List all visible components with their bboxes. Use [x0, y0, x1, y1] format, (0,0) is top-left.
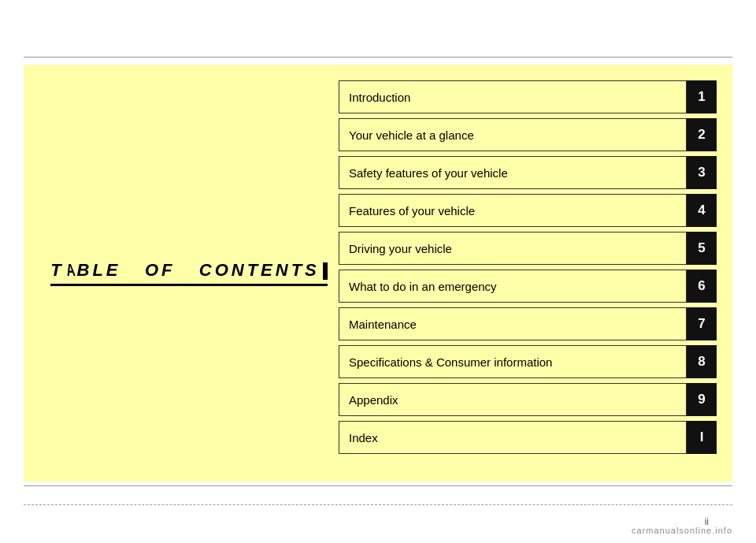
watermark: carmanualsonline.info — [632, 526, 732, 535]
toc-row[interactable]: Your vehicle at a glance2 — [339, 118, 717, 151]
toc-row[interactable]: Features of your vehicle4 — [339, 194, 717, 227]
toc-row[interactable]: Appendix9 — [339, 383, 717, 416]
toc-item-number: 1 — [687, 80, 717, 113]
bottom-divider — [24, 485, 732, 486]
toc-list: Introduction1Your vehicle at a glance2Sa… — [339, 80, 717, 466]
toc-item-label: Specifications & Consumer information — [339, 345, 687, 378]
toc-item-number: 6 — [687, 270, 717, 303]
toc-item-label: Index — [339, 421, 687, 454]
toc-item-label: What to do in an emergency — [339, 270, 687, 303]
toc-item-number: 2 — [687, 118, 717, 151]
toc-item-number: 7 — [687, 307, 717, 340]
toc-item-number: 4 — [687, 194, 717, 227]
toc-item-label: Driving your vehicle — [339, 232, 687, 265]
toc-item-label: Your vehicle at a glance — [339, 118, 687, 151]
toc-item-number: 5 — [687, 232, 717, 265]
toc-row[interactable]: Safety features of your vehicle3 — [339, 156, 717, 189]
toc-item-label: Introduction — [339, 80, 687, 113]
toc-item-number: 9 — [687, 383, 717, 416]
toc-row[interactable]: Maintenance7 — [339, 307, 717, 340]
toc-row[interactable]: IndexI — [339, 421, 717, 454]
toc-row[interactable]: Specifications & Consumer information8 — [339, 345, 717, 378]
toc-item-label: Appendix — [339, 383, 687, 416]
top-divider — [24, 57, 732, 58]
dashed-divider — [24, 504, 732, 505]
toc-row[interactable]: Driving your vehicle5 — [339, 232, 717, 265]
toc-item-label: Maintenance — [339, 307, 687, 340]
toc-item-number: I — [687, 421, 717, 454]
left-panel: TABLE OF CONTENTS — [24, 65, 354, 482]
toc-row[interactable]: Introduction1 — [339, 80, 717, 113]
toc-item-label: Safety features of your vehicle — [339, 156, 687, 189]
toc-title: TABLE OF CONTENTS — [50, 260, 328, 286]
toc-item-number: 3 — [687, 156, 717, 189]
toc-item-number: 8 — [687, 345, 717, 378]
toc-item-label: Features of your vehicle — [339, 194, 687, 227]
toc-row[interactable]: What to do in an emergency6 — [339, 270, 717, 303]
main-content-area: TABLE OF CONTENTS Introduction1Your vehi… — [24, 65, 732, 482]
